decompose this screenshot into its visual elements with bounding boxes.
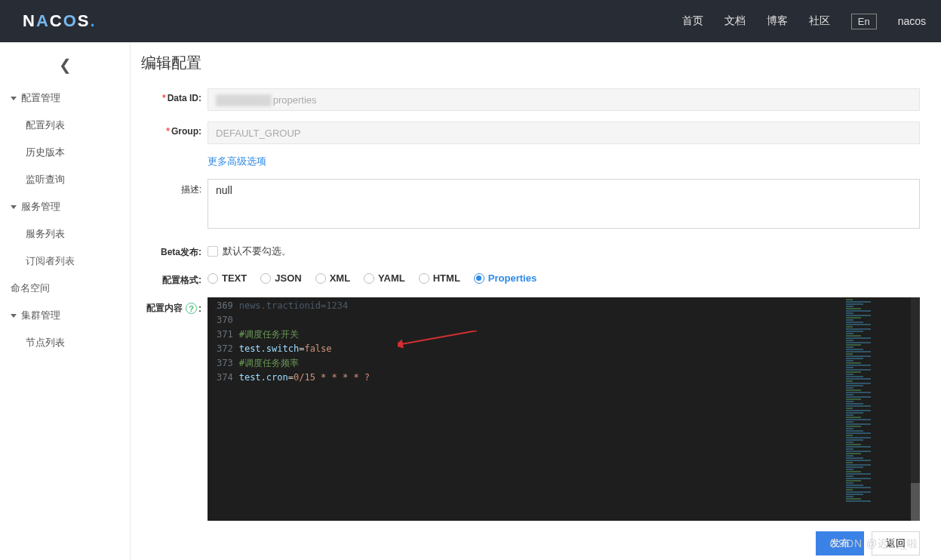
caret-down-icon (11, 205, 17, 209)
more-options-link[interactable]: 更多高级选项 (208, 155, 266, 167)
sidebar-item-namespace[interactable]: 命名空间 (0, 275, 130, 302)
nav-home[interactable]: 首页 (682, 14, 703, 28)
format-yaml[interactable]: YAML (364, 272, 405, 284)
code-editor[interactable]: 369370371372373374 news.tractionid=1234 … (208, 297, 920, 521)
format-label: 配置格式: (141, 269, 201, 287)
logo: NACOS. (23, 11, 97, 31)
format-xml[interactable]: XML (315, 272, 350, 284)
help-icon[interactable]: ? (186, 303, 197, 314)
format-html[interactable]: HTML (419, 272, 460, 284)
format-radio-group: TEXT JSON XML YAML HTML Properties (208, 269, 920, 284)
format-json[interactable]: JSON (260, 272, 301, 284)
sidebar: ❮ 配置管理 配置列表 历史版本 监听查询 服务管理 服务列表 订阅者列表 命名… (0, 42, 131, 560)
sidebar-item-history[interactable]: 历史版本 (0, 139, 130, 166)
beta-label: Beta发布: (141, 242, 201, 259)
publish-button[interactable]: 发布 (816, 531, 864, 555)
beta-checkbox[interactable] (208, 246, 218, 257)
page-title: 编辑配置 (141, 53, 920, 73)
format-properties[interactable]: Properties (474, 272, 537, 284)
main-content: 编辑配置 *Data ID: ████████properties *Group… (131, 42, 941, 560)
top-header: NACOS. 首页 文档 博客 社区 En nacos (0, 0, 941, 42)
format-text[interactable]: TEXT (208, 272, 247, 284)
beta-hint: 默认不要勾选。 (223, 245, 291, 258)
data-id-label: *Data ID: (141, 88, 201, 103)
lang-switch[interactable]: En (851, 14, 877, 29)
sidebar-group-service[interactable]: 服务管理 (0, 193, 130, 220)
editor-scrollbar[interactable] (911, 297, 920, 521)
sidebar-collapse[interactable]: ❮ (0, 48, 130, 85)
data-id-input: ████████properties (208, 88, 920, 111)
caret-down-icon (11, 314, 17, 318)
desc-label: 描述: (141, 179, 201, 196)
editor-minimap[interactable] (843, 297, 911, 521)
nav-docs[interactable]: 文档 (724, 14, 746, 28)
header-nav: 首页 文档 博客 社区 En nacos (682, 14, 926, 29)
nav-blog[interactable]: 博客 (767, 14, 788, 28)
user-label[interactable]: nacos (898, 15, 926, 27)
description-textarea[interactable] (208, 179, 920, 229)
sidebar-group-config[interactable]: 配置管理 (0, 85, 130, 112)
scrollbar-thumb[interactable] (911, 483, 920, 521)
sidebar-item-nodes[interactable]: 节点列表 (0, 329, 130, 356)
sidebar-group-cluster[interactable]: 集群管理 (0, 302, 130, 329)
group-label: *Group: (141, 122, 201, 137)
caret-down-icon (11, 97, 17, 100)
sidebar-item-subscribers[interactable]: 订阅者列表 (0, 248, 130, 275)
sidebar-item-service-list[interactable]: 服务列表 (0, 220, 130, 248)
sidebar-item-listen[interactable]: 监听查询 (0, 166, 130, 193)
content-label: 配置内容?: (141, 297, 201, 315)
back-button[interactable]: 返回 (872, 531, 920, 555)
footer-buttons: 发布 返回 (816, 531, 920, 555)
group-input: DEFAULT_GROUP (208, 122, 920, 144)
nav-community[interactable]: 社区 (809, 14, 830, 28)
sidebar-item-config-list[interactable]: 配置列表 (0, 112, 130, 139)
editor-gutter: 369370371372373374 (208, 297, 239, 521)
editor-code[interactable]: news.tractionid=1234 #调度任务开关test.switch=… (239, 297, 920, 521)
